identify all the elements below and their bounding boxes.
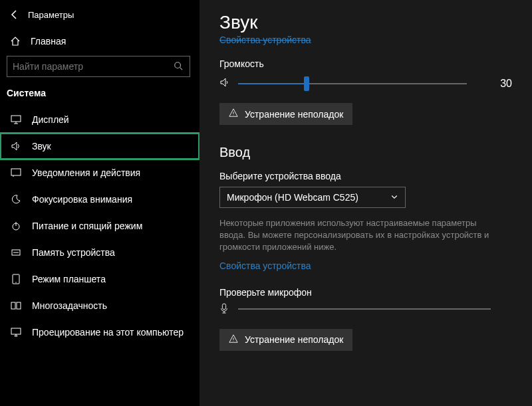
troubleshoot-button-2[interactable]: Устранение неполадок [219, 329, 352, 351]
sidebar-item-focus[interactable]: Фокусировка внимания [0, 186, 200, 213]
window-header: Параметры [0, 0, 200, 29]
sidebar-item-label: Режим планшета [32, 274, 106, 284]
page-title: Звук [219, 12, 512, 33]
troubleshoot-label-2: Устранение неполадок [245, 334, 343, 345]
sidebar-item-tablet[interactable]: Режим планшета [0, 266, 200, 292]
svg-point-0 [175, 62, 181, 68]
sidebar-item-power[interactable]: Питание и спящий режим [0, 213, 200, 239]
volume-icon [219, 77, 231, 90]
sidebar-item-label: Многозадачность [32, 300, 107, 311]
sidebar-item-notifications[interactable]: Уведомления и действия [0, 159, 200, 186]
search-input[interactable] [13, 61, 174, 72]
back-button[interactable] [7, 7, 23, 23]
warning-icon [229, 334, 238, 346]
input-description: Некоторые приложения используют настраив… [219, 217, 499, 254]
troubleshoot-label: Устранение неполадок [245, 109, 343, 120]
monitor-icon [9, 114, 23, 125]
sidebar: Параметры Главная Система Дисплей [0, 0, 200, 406]
home-icon [9, 36, 21, 47]
home-label: Главная [31, 36, 66, 47]
message-icon [9, 167, 23, 178]
svg-rect-2 [11, 169, 21, 175]
svg-rect-9 [11, 328, 21, 334]
main-content: Звук Свойства устройства Громкость 30 Ус… [200, 0, 532, 406]
sidebar-item-label: Дисплей [32, 114, 69, 125]
arrow-left-icon [9, 9, 20, 20]
sidebar-item-label: Память устройства [32, 247, 115, 258]
warning-icon [229, 108, 238, 120]
volume-row: 30 [219, 77, 512, 90]
input-device-value: Микрофон (HD Webcam C525) [227, 192, 358, 203]
device-properties-link[interactable]: Свойства устройства [219, 35, 512, 45]
mic-test-row [219, 303, 512, 316]
input-device-select[interactable]: Микрофон (HD Webcam C525) [219, 187, 406, 208]
sidebar-item-storage[interactable]: Память устройства [0, 239, 200, 266]
input-select-label: Выберите устройства ввода [219, 171, 512, 181]
device-properties-link-2[interactable]: Свойства устройства [219, 260, 311, 271]
input-heading: Ввод [219, 145, 512, 160]
sidebar-item-label: Питание и спящий режим [32, 221, 142, 231]
power-icon [9, 221, 23, 231]
sidebar-item-label: Фокусировка внимания [32, 194, 132, 205]
speaker-icon [9, 141, 23, 152]
window-title: Параметры [28, 10, 74, 20]
volume-slider[interactable] [238, 82, 467, 85]
sidebar-item-label: Проецирование на этот компьютер [32, 327, 184, 338]
multitask-icon [9, 300, 23, 311]
sidebar-item-display[interactable]: Дисплей [0, 106, 200, 133]
chevron-down-icon [390, 192, 398, 203]
tablet-icon [9, 274, 23, 284]
search-box[interactable] [7, 56, 190, 77]
sidebar-item-label: Звук [32, 141, 51, 152]
mic-level-bar [238, 308, 491, 310]
sidebar-item-sound[interactable]: Звук [0, 133, 200, 159]
volume-label: Громкость [219, 58, 512, 69]
svg-rect-10 [222, 304, 225, 310]
svg-rect-8 [17, 302, 21, 309]
svg-rect-7 [11, 302, 15, 309]
volume-value: 30 [479, 78, 512, 90]
sidebar-item-projecting[interactable]: Проецирование на этот компьютер [0, 319, 200, 346]
section-title: Система [0, 88, 200, 106]
sidebar-item-multitasking[interactable]: Многозадачность [0, 292, 200, 319]
moon-icon [9, 194, 23, 205]
search-icon [174, 61, 184, 72]
sidebar-item-label: Уведомления и действия [32, 167, 140, 178]
mic-test-label: Проверьте микрофон [219, 287, 512, 298]
project-icon [9, 327, 23, 338]
svg-rect-1 [11, 116, 21, 122]
svg-point-6 [15, 282, 16, 282]
home-nav[interactable]: Главная [0, 29, 200, 56]
microphone-icon [219, 303, 231, 316]
nav-list: Дисплей Звук Уведомления и действия Фоку… [0, 106, 200, 346]
storage-icon [9, 247, 23, 258]
troubleshoot-button[interactable]: Устранение неполадок [219, 103, 352, 125]
